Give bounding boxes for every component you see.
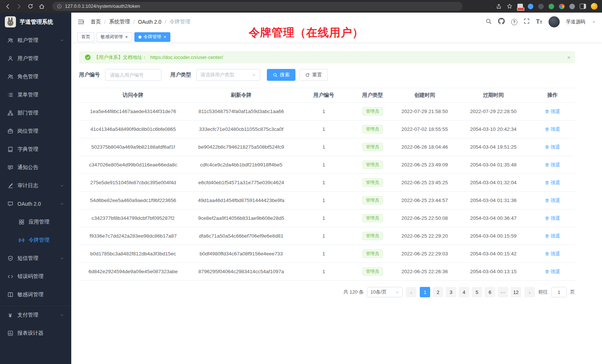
page-button-12[interactable]: 12 [511,287,521,297]
user-id-input[interactable] [105,69,161,81]
sidebar-item-dict[interactable]: 字典管理 [0,140,71,158]
breadcrumb: 首页 / 系统管理 / OAuth 2.0 / 令牌管理 [91,19,190,25]
share-icon[interactable] [496,3,502,9]
fullscreen-icon[interactable] [524,18,530,26]
browser-profile-avatar[interactable] [591,3,598,10]
sidebar-item-dept[interactable]: 部门管理 [0,104,71,122]
page-buttons: 123456···12 [420,287,521,297]
force-logout-button[interactable]: 强退 [545,108,560,115]
help-icon[interactable]: ? [511,19,517,25]
more-pages-button[interactable]: ··· [498,287,508,297]
sidebar-item-sms[interactable]: 短信管理 [0,249,71,267]
alert-close-icon[interactable]: × [567,54,570,60]
url-bar[interactable]: 127.0.0.1:1024/system/oauth2/token [52,2,462,11]
page-button-4[interactable]: 4 [459,287,469,297]
app-logo [5,16,16,27]
extension-paw-icon[interactable] [569,4,575,9]
sidebar-item-sensitive[interactable]: 敏感词管理 [0,285,71,304]
reset-button[interactable]: 重置 [299,69,328,81]
sidebar-item-app[interactable]: 应用管理 [0,213,71,231]
menu-fold-icon[interactable] [77,18,85,26]
github-icon[interactable] [498,18,505,26]
doc-link[interactable]: https://doc.iocoder.cn/user-center/ [150,54,223,60]
force-logout-button[interactable]: 强退 [545,215,560,222]
forward-icon[interactable] [16,3,22,10]
prev-page-button[interactable]: ‹ [406,287,416,297]
breadcrumb-home[interactable]: 首页 [91,19,101,25]
sidebar-item-role[interactable]: 角色管理 [0,67,71,86]
tab-close-icon[interactable]: × [164,34,167,39]
sidebar-item-menu[interactable]: 菜单管理 [0,86,71,104]
font-size-icon[interactable]: TT [536,18,542,26]
sidebar-item-post[interactable]: 岗位管理 [0,122,71,140]
sidebar-item-log[interactable]: 审计日志 [0,176,71,195]
sidebar-item-tenant[interactable]: 租户管理 [0,31,71,49]
force-logout-button[interactable]: 强退 [545,179,560,186]
back-icon[interactable] [4,3,11,10]
user-type-placeholder: 请选择用户类型 [200,72,234,78]
breadcrumb-oauth[interactable]: OAuth 2.0 [138,19,161,25]
sidebar-item-notice[interactable]: 通知公告 [0,158,71,176]
sidebar-item-token[interactable]: 令牌管理 [0,231,71,249]
sidebar-item-errcode[interactable]: 错误码管理 [0,267,71,285]
refresh-token-cell: 333ecfc71e02480cb11055c875c3ca0f [187,126,295,132]
access-token-cell: b0d1785bc3a8482f812db4a3f3bd15ec [79,251,187,257]
user-type-badge: 管理员 [362,143,383,151]
chevron-down-icon[interactable] [592,20,596,24]
extension-green-icon[interactable] [549,4,554,9]
app-logo-row[interactable]: 芋道管理系统 [0,13,71,31]
search-icon[interactable] [485,18,492,26]
sidebar-item-report[interactable]: 报表设计器 [0,324,71,342]
access-token-cell: f9336e7c7dd242a283ee98dc86b17a87 [79,233,187,239]
errcode-icon [7,274,13,279]
force-logout-button[interactable]: 强退 [545,268,560,275]
force-logout-button[interactable]: 强退 [545,162,560,168]
sidebar-item-oauth[interactable]: OAuth 2.0 [0,195,71,213]
page-button-1[interactable]: 1 [420,287,430,297]
reload-icon[interactable] [27,3,33,9]
force-logout-button[interactable]: 强退 [545,126,560,133]
site-info-icon[interactable] [57,4,62,9]
page-size-select[interactable]: 10条/页 [367,287,403,297]
next-page-button[interactable]: › [524,287,535,297]
user-avatar[interactable] [549,16,560,27]
force-logout-button[interactable]: 强退 [545,197,560,204]
table-row: 502375b8040a469a9b82188afdf6af1fbe90422b… [79,138,575,156]
user-type-badge: 管理员 [362,249,383,258]
success-check-icon [85,54,91,60]
token-table-body: 1ea5e44f8bc1467aaede43144f31de76811c5304… [79,103,575,281]
goto-page-input[interactable] [551,287,567,297]
extension-color-icon[interactable] [559,4,565,9]
force-logout-button[interactable]: 强退 [545,251,560,257]
page-button-5[interactable]: 5 [472,287,482,297]
sidebar: 芋道管理系统 租户管理用户管理角色管理菜单管理部门管理岗位管理字典管理通知公告审… [0,13,71,364]
page-button-2[interactable]: 2 [433,287,443,297]
page-button-3[interactable]: 3 [446,287,456,297]
tab-令牌管理[interactable]: 令牌管理× [134,32,171,42]
user-type-badge: 管理员 [362,125,383,133]
created-time-cell: 2022-06-25 22:29:20 [393,233,457,239]
access-token-cell: c342377bf8b344799dcbf7bf095287f2 [79,215,187,221]
breadcrumb-system[interactable]: 系统管理 [109,19,130,25]
extension-dark-icon[interactable] [538,4,544,9]
force-logout-button[interactable]: 强退 [545,144,560,150]
user-id-cell: 1 [295,251,352,257]
force-logout-button[interactable]: 强退 [545,233,560,239]
tab-敏感词管理[interactable]: 敏感词管理× [96,32,132,42]
search-button[interactable]: 搜索 [267,69,295,81]
user-id-label: 用户编号 [79,72,100,78]
sidebar-item-user[interactable]: 用户管理 [0,49,71,67]
extension-icon[interactable] [517,4,523,9]
col-refresh-token: 刷新令牌 [187,92,295,99]
bookmark-star-icon[interactable] [507,3,513,9]
side-panel-icon[interactable] [580,4,586,9]
extension-blue-icon[interactable] [528,4,533,9]
sidebar-item-pay[interactable]: ¥支付管理 [0,306,71,324]
home-icon[interactable] [39,3,45,10]
tab-首页[interactable]: 首页 [77,32,94,42]
expire-time-cell: 2054-03-04 00:15:59 [457,233,530,239]
sms-icon [7,255,13,261]
page-button-6[interactable]: 6 [485,287,495,297]
user-type-select[interactable]: 请选择用户类型 [196,69,260,81]
tab-close-icon[interactable]: × [125,34,128,39]
